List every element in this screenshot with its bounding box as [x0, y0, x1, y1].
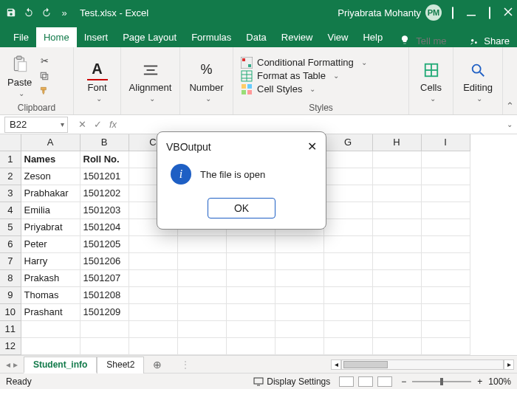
- cell[interactable]: [372, 202, 421, 219]
- font-launcher[interactable]: A Font ⌄: [87, 60, 108, 103]
- cell[interactable]: [275, 304, 323, 321]
- cell[interactable]: [226, 253, 275, 270]
- cell[interactable]: [421, 185, 470, 202]
- cell[interactable]: [177, 321, 226, 338]
- cell[interactable]: 1501201: [80, 168, 129, 185]
- tab-view[interactable]: View: [320, 27, 355, 47]
- tab-help[interactable]: Help: [355, 27, 390, 47]
- row-header[interactable]: 4: [0, 202, 21, 219]
- sheet-nav-prev-icon[interactable]: ◂: [6, 359, 10, 370]
- cell[interactable]: Thomas: [21, 287, 80, 304]
- scroll-left-icon[interactable]: ◂: [331, 359, 341, 370]
- cell[interactable]: [226, 270, 275, 287]
- cell[interactable]: 1501203: [80, 202, 129, 219]
- page-layout-view-icon[interactable]: [358, 376, 373, 387]
- cell[interactable]: 1501206: [80, 253, 129, 270]
- cell[interactable]: [275, 338, 323, 355]
- cell[interactable]: Prashant: [21, 304, 80, 321]
- name-box[interactable]: B22 ▾: [4, 117, 68, 133]
- cell[interactable]: [323, 253, 372, 270]
- cell[interactable]: [275, 236, 323, 253]
- expand-formula-bar-icon[interactable]: ⌄: [507, 120, 513, 128]
- cell[interactable]: [372, 270, 421, 287]
- column-header[interactable]: A: [21, 134, 80, 151]
- zoom-out-icon[interactable]: −: [401, 376, 406, 387]
- cell[interactable]: 1501208: [80, 287, 129, 304]
- cell[interactable]: [21, 338, 80, 355]
- cell[interactable]: [421, 202, 470, 219]
- cell[interactable]: [80, 321, 129, 338]
- cells-launcher[interactable]: Cells ⌄: [420, 60, 442, 103]
- select-all-button[interactable]: [0, 134, 21, 151]
- cell[interactable]: [421, 253, 470, 270]
- cell[interactable]: [275, 270, 323, 287]
- copy-icon[interactable]: [38, 70, 51, 82]
- cell[interactable]: Harry: [21, 253, 80, 270]
- display-settings-button[interactable]: Display Settings: [253, 376, 330, 387]
- cut-icon[interactable]: ✂: [38, 55, 51, 67]
- cell[interactable]: [129, 338, 177, 355]
- format-painter-icon[interactable]: [38, 85, 51, 97]
- cell[interactable]: [177, 270, 226, 287]
- cell[interactable]: [275, 253, 323, 270]
- horizontal-scrollbar[interactable]: ◂ ▸: [190, 359, 517, 370]
- column-header[interactable]: B: [80, 134, 129, 151]
- tab-page-layout[interactable]: Page Layout: [115, 27, 184, 47]
- row-header[interactable]: 5: [0, 219, 21, 236]
- row-header[interactable]: 6: [0, 236, 21, 253]
- undo-icon[interactable]: [22, 6, 35, 19]
- cell[interactable]: [177, 236, 226, 253]
- cell[interactable]: [177, 338, 226, 355]
- cell[interactable]: 1501209: [80, 304, 129, 321]
- cell[interactable]: [21, 321, 80, 338]
- cell[interactable]: Priyabrat: [21, 219, 80, 236]
- cell[interactable]: [323, 321, 372, 338]
- cell[interactable]: [372, 185, 421, 202]
- cell[interactable]: [421, 236, 470, 253]
- cell[interactable]: [226, 304, 275, 321]
- cell[interactable]: [323, 287, 372, 304]
- cell[interactable]: [372, 287, 421, 304]
- cell[interactable]: [372, 236, 421, 253]
- zoom-slider[interactable]: − + 100%: [401, 376, 511, 387]
- cell[interactable]: [323, 185, 372, 202]
- maximize-icon[interactable]: [489, 7, 490, 18]
- cell[interactable]: [323, 270, 372, 287]
- cell[interactable]: [372, 168, 421, 185]
- cell[interactable]: [80, 338, 129, 355]
- sheet-nav-next-icon[interactable]: ▸: [13, 359, 18, 370]
- tab-file[interactable]: File: [6, 27, 36, 47]
- sheet-tab[interactable]: Student_info: [24, 357, 97, 373]
- row-header[interactable]: 2: [0, 168, 21, 185]
- cell[interactable]: [323, 304, 372, 321]
- cell[interactable]: [275, 321, 323, 338]
- zoom-in-icon[interactable]: +: [477, 376, 482, 387]
- number-launcher[interactable]: % Number ⌄: [189, 60, 223, 103]
- cell[interactable]: Emilia: [21, 202, 80, 219]
- tab-home[interactable]: Home: [36, 27, 77, 47]
- cell[interactable]: Prakash: [21, 270, 80, 287]
- cell[interactable]: [129, 270, 177, 287]
- row-header[interactable]: 7: [0, 253, 21, 270]
- row-header[interactable]: 12: [0, 338, 21, 355]
- column-header[interactable]: H: [372, 134, 421, 151]
- minimize-icon[interactable]: [467, 7, 476, 18]
- cell[interactable]: [323, 168, 372, 185]
- redo-icon[interactable]: [40, 6, 53, 19]
- row-header[interactable]: 8: [0, 270, 21, 287]
- cell[interactable]: [421, 338, 470, 355]
- format-as-table-button[interactable]: Format as Table⌄: [241, 70, 367, 82]
- normal-view-icon[interactable]: [339, 376, 354, 387]
- fx-icon[interactable]: fx: [109, 119, 117, 130]
- cell[interactable]: [372, 253, 421, 270]
- paste-button[interactable]: Paste ⌄: [7, 55, 32, 97]
- cell[interactable]: [226, 236, 275, 253]
- row-header[interactable]: 1: [0, 151, 21, 168]
- cell[interactable]: Names: [21, 151, 80, 168]
- cell[interactable]: 1501207: [80, 270, 129, 287]
- cell-styles-button[interactable]: Cell Styles⌄: [241, 83, 367, 95]
- cell[interactable]: 1501204: [80, 219, 129, 236]
- msgbox-ok-button[interactable]: OK: [208, 198, 275, 218]
- cell[interactable]: [129, 321, 177, 338]
- cell[interactable]: [226, 321, 275, 338]
